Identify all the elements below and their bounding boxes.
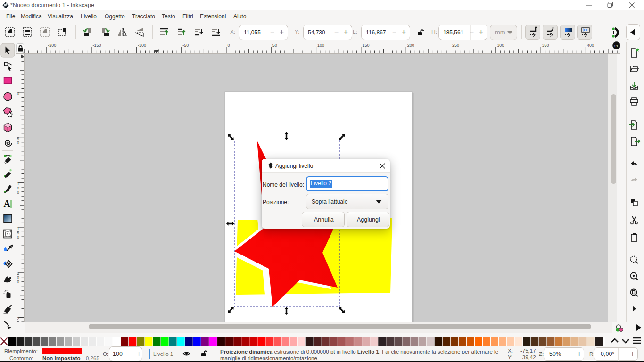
svg-text:50: 50 xyxy=(272,43,277,48)
svg-text:200: 200 xyxy=(407,43,414,48)
svg-text:0: 0 xyxy=(17,140,19,145)
svg-text:-200: -200 xyxy=(48,43,56,48)
svg-text:250: 250 xyxy=(452,43,459,48)
svg-text:A: A xyxy=(4,198,11,209)
svg-text:0: 0 xyxy=(17,280,19,284)
svg-text:0: 0 xyxy=(17,91,19,96)
svg-text:5: 5 xyxy=(17,321,19,323)
svg-text:0: 0 xyxy=(17,190,19,195)
svg-text:150: 150 xyxy=(362,43,369,48)
svg-text:0: 0 xyxy=(17,235,19,239)
svg-text:300: 300 xyxy=(497,43,504,48)
svg-text:350: 350 xyxy=(542,43,549,48)
svg-text:-150: -150 xyxy=(93,43,101,48)
svg-text:100: 100 xyxy=(317,43,324,48)
svg-text:-100: -100 xyxy=(138,43,146,48)
svg-text:-50: -50 xyxy=(182,43,189,48)
svg-text:400: 400 xyxy=(587,43,594,48)
svg-text:0: 0 xyxy=(228,43,230,48)
